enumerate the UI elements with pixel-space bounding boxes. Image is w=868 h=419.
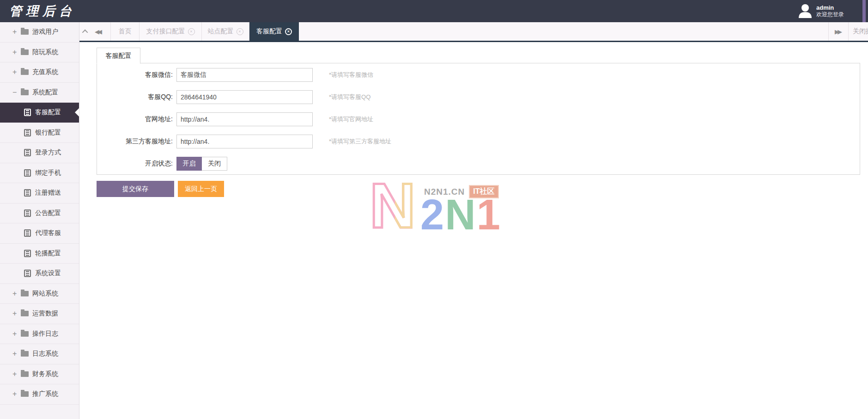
folder-icon bbox=[21, 29, 29, 35]
tab-bar-right-controls: ▶▶ 关闭操作 bbox=[828, 22, 868, 41]
plus-icon: + bbox=[12, 290, 20, 298]
close-tab-icon[interactable]: × bbox=[188, 28, 195, 35]
sidebar-item-label: 推广系统 bbox=[32, 390, 58, 398]
qq-input[interactable] bbox=[176, 90, 313, 104]
sidebar-item-label: 绑定手机 bbox=[35, 169, 61, 177]
sidebar-item-label: 注册赠送 bbox=[35, 189, 61, 197]
form-row-wechat: 客服微信: *请填写客服微信 bbox=[97, 68, 860, 82]
tab-customer-service-config[interactable]: 客服配置 × bbox=[249, 22, 299, 41]
welcome-text: 欢迎您登录 bbox=[816, 11, 844, 18]
field-label: 客服微信: bbox=[97, 71, 176, 79]
sidebar-item-carousel-config[interactable]: 轮播配置 bbox=[0, 244, 79, 264]
status-on-button[interactable]: 开启 bbox=[176, 157, 202, 171]
watermark-site-text: N2N1.CN bbox=[424, 187, 465, 197]
sidebar-item-register-gift[interactable]: 注册赠送 bbox=[0, 183, 79, 203]
tab-label: 首页 bbox=[119, 27, 132, 36]
scroll-tabs-left-icon[interactable]: ◀◀ bbox=[95, 28, 102, 35]
scroll-tabs-right-icon: ▶▶ bbox=[835, 28, 842, 35]
tab-home[interactable]: 首页 bbox=[111, 22, 140, 41]
sidebar-item-label: 操作日志 bbox=[32, 330, 58, 338]
sidebar-item-recharge-system[interactable]: + 充值系统 bbox=[0, 62, 79, 83]
close-tab-icon[interactable]: × bbox=[285, 28, 292, 35]
official-site-input[interactable] bbox=[176, 112, 313, 126]
panel-tab-customer-service[interactable]: 客服配置 bbox=[97, 48, 140, 64]
folder-icon bbox=[21, 291, 29, 296]
tab-label: 站点配置 bbox=[208, 27, 234, 36]
field-label: 开启状态: bbox=[97, 160, 176, 168]
tab-label: 客服配置 bbox=[256, 27, 282, 36]
sidebar-item-label: 系统设置 bbox=[35, 269, 61, 277]
plus-icon: + bbox=[12, 350, 20, 358]
main-content: 客服配置 客服微信: *请填写客服微信 客服QQ: *请填写客服QQ 官网地址:… bbox=[79, 43, 868, 419]
sidebar-item-customer-service-config[interactable]: 客服配置 bbox=[0, 103, 79, 123]
sidebar-item-bank-config[interactable]: 银行配置 bbox=[0, 123, 79, 143]
plus-icon: + bbox=[12, 370, 20, 378]
submit-save-button[interactable]: 提交保存 bbox=[97, 181, 174, 197]
folder-icon bbox=[21, 351, 29, 357]
document-icon bbox=[24, 189, 31, 197]
field-label: 客服QQ: bbox=[97, 93, 176, 101]
form-row-status: 开启状态: 开启 关闭 bbox=[97, 157, 860, 171]
form-row-qq: 客服QQ: *请填写客服QQ bbox=[97, 90, 860, 104]
form-row-third-party-service: 第三方客服地址: *请填写第三方客服地址 bbox=[97, 135, 860, 148]
header-accent-strip bbox=[862, 0, 866, 22]
sidebar-item-system-config[interactable]: − 系统配置 bbox=[0, 83, 79, 103]
folder-icon bbox=[21, 311, 29, 316]
sidebar-item-finance-system[interactable]: + 财务系统 bbox=[0, 364, 79, 385]
plus-icon: + bbox=[12, 309, 20, 318]
sidebar-item-companion-system[interactable]: + 陪玩系统 bbox=[0, 43, 79, 63]
sidebar-item-label: 日志系统 bbox=[32, 350, 58, 358]
watermark-letters: 2N1 bbox=[420, 198, 501, 231]
wechat-input[interactable] bbox=[176, 68, 313, 82]
tab-site-config[interactable]: 站点配置 × bbox=[202, 22, 249, 41]
field-label: 官网地址: bbox=[97, 115, 176, 123]
folder-icon bbox=[21, 391, 29, 397]
watermark-caption: N2N1.CN IT社区 bbox=[424, 185, 499, 198]
user-box[interactable]: admin 欢迎您登录 bbox=[798, 3, 844, 18]
plus-icon: + bbox=[12, 28, 20, 36]
status-off-button[interactable]: 关闭 bbox=[202, 157, 227, 171]
watermark-letter-1: 1 bbox=[477, 191, 501, 238]
sidebar-item-label: 陪玩系统 bbox=[32, 48, 58, 56]
sidebar-item-agent-service[interactable]: 代理客服 bbox=[0, 223, 79, 244]
sidebar-item-game-users[interactable]: + 游戏用户 bbox=[0, 22, 79, 43]
watermark-letter-2: 2 bbox=[420, 191, 445, 238]
folder-icon bbox=[21, 371, 29, 377]
scroll-tabs-right-button[interactable]: ▶▶ bbox=[828, 22, 849, 41]
tab-payment-interface-config[interactable]: 支付接口配置 × bbox=[140, 22, 202, 41]
document-icon bbox=[24, 149, 31, 156]
sidebar-item-operation-data[interactable]: + 运营数据 bbox=[0, 304, 79, 324]
sidebar-item-promotion-system[interactable]: + 推广系统 bbox=[0, 384, 79, 405]
status-toggle: 开启 关闭 bbox=[176, 157, 227, 171]
plus-icon: + bbox=[12, 68, 20, 76]
sidebar-item-label: 登录方式 bbox=[35, 148, 61, 157]
third-party-service-input[interactable] bbox=[176, 135, 313, 148]
chevron-up-icon[interactable] bbox=[82, 29, 88, 35]
watermark-letter-n: N bbox=[445, 191, 476, 238]
watermark-community-badge: IT社区 bbox=[469, 185, 498, 198]
minus-icon: − bbox=[12, 88, 20, 97]
field-hint: *请填写第三方客服地址 bbox=[329, 137, 391, 146]
form-actions: 提交保存 返回上一页 bbox=[97, 181, 224, 197]
sidebar-item-announcement-config[interactable]: 公告配置 bbox=[0, 203, 79, 224]
back-button[interactable]: 返回上一页 bbox=[178, 181, 224, 197]
plus-icon: + bbox=[12, 330, 20, 338]
sidebar-item-log-system[interactable]: + 日志系统 bbox=[0, 344, 79, 364]
tab-bar: ◀◀ 首页 支付接口配置 × 站点配置 × 客服配置 × ▶▶ 关闭操作 bbox=[79, 22, 868, 42]
document-icon bbox=[24, 270, 31, 277]
form-row-official-site: 官网地址: *请填写官网地址 bbox=[97, 112, 860, 126]
close-operations-menu[interactable]: 关闭操作 bbox=[849, 22, 868, 41]
sidebar-item-system-settings[interactable]: 系统设置 bbox=[0, 264, 79, 284]
sidebar: + 游戏用户 + 陪玩系统 + 充值系统 − 系统配置 客服配置 银行配置 登录… bbox=[0, 22, 79, 419]
document-icon bbox=[24, 109, 31, 116]
sidebar-item-operation-log[interactable]: + 操作日志 bbox=[0, 324, 79, 345]
sidebar-item-login-method[interactable]: 登录方式 bbox=[0, 143, 79, 163]
folder-icon bbox=[21, 69, 29, 75]
sidebar-item-bind-phone[interactable]: 绑定手机 bbox=[0, 163, 79, 184]
sidebar-item-label: 游戏用户 bbox=[32, 28, 58, 36]
sidebar-item-website-system[interactable]: + 网站系统 bbox=[0, 284, 79, 304]
sidebar-item-label: 银行配置 bbox=[35, 129, 61, 137]
username: admin bbox=[816, 4, 844, 11]
close-tab-icon[interactable]: × bbox=[237, 28, 243, 35]
sidebar-item-label: 代理客服 bbox=[35, 229, 61, 237]
